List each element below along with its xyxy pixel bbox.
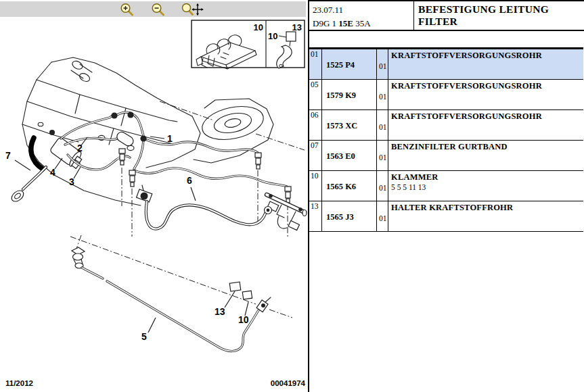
diagram-toolbar bbox=[0, 1, 306, 17]
ref-number: 07 bbox=[309, 141, 322, 170]
diagram-panel: 7 4 2 3 1 6 5 13 10 bbox=[0, 0, 308, 392]
quantity: 01 bbox=[377, 49, 388, 79]
bottom-pipe-assembly bbox=[70, 235, 292, 351]
part-number: 1563 E0 bbox=[322, 141, 377, 170]
description-cell: BENZINFILTER GURTBAND bbox=[388, 141, 583, 170]
filter-strap bbox=[31, 138, 43, 169]
table-row[interactable]: 05 1579 K9 01 KRAFTSTOFFVERSORGUNGSROHR bbox=[309, 80, 583, 110]
part-number: 1565 K6 bbox=[322, 171, 377, 201]
axis-dash-line bbox=[160, 101, 214, 120]
parts-panel: 23.07.11 D9G 1 15E 35A BEFESTIGUNG LEITU… bbox=[308, 0, 584, 392]
description: KLAMMER bbox=[391, 172, 583, 182]
callout-1[interactable]: 1 bbox=[167, 133, 173, 144]
quantity: 01 bbox=[377, 110, 388, 140]
quantity: 01 bbox=[377, 201, 388, 231]
panel-header: 23.07.11 D9G 1 15E 35A BEFESTIGUNG LEITU… bbox=[309, 1, 584, 31]
zoom-in-icon bbox=[119, 2, 135, 17]
supply-hose-and-rail bbox=[137, 185, 307, 230]
part-number: 1573 XC bbox=[322, 110, 377, 140]
description: HALTER KRAFTSTOFFROHR bbox=[391, 203, 583, 213]
description-cell: KRAFTSTOFFVERSORGUNGSROHR bbox=[388, 49, 583, 79]
zoom-pan-button[interactable] bbox=[177, 2, 207, 17]
callout-3[interactable]: 3 bbox=[69, 176, 74, 187]
part-number: 1525 P4 bbox=[322, 49, 377, 79]
ref-number: 13 bbox=[309, 201, 322, 231]
quantity: 01 bbox=[377, 141, 388, 170]
part-number: 1579 K9 bbox=[322, 80, 377, 109]
ref-number: 01 bbox=[309, 49, 322, 79]
model-code-prefix: D9G 1 bbox=[313, 18, 336, 28]
model-code-suffix: 35A bbox=[355, 18, 370, 28]
zoom-in-button[interactable] bbox=[115, 2, 139, 17]
description: KRAFTSTOFFVERSORGUNGSROHR bbox=[391, 51, 583, 61]
callout-4[interactable]: 4 bbox=[50, 167, 55, 178]
zoom-out-icon bbox=[150, 2, 166, 17]
part-number: 1565 J3 bbox=[322, 201, 377, 231]
table-row[interactable]: 13 1565 J3 01 HALTER KRAFTSTOFFROHR bbox=[309, 201, 583, 232]
ref-number: 05 bbox=[309, 80, 322, 109]
model-code-bold: 15E bbox=[338, 18, 353, 28]
zoom-out-button[interactable] bbox=[146, 2, 171, 17]
parts-table: 01 1525 P4 01 KRAFTSTOFFVERSORGUNGSROHR … bbox=[309, 47, 583, 232]
ref-number: 06 bbox=[309, 110, 322, 140]
model-code: D9G 1 15E 35A bbox=[313, 17, 413, 30]
inset-detail-box: 10 13 10 bbox=[192, 20, 305, 69]
header-meta: 23.07.11 D9G 1 15E 35A bbox=[309, 1, 414, 30]
table-row[interactable]: 07 1563 E0 01 BENZINFILTER GURTBAND bbox=[309, 141, 583, 171]
inset-label-10: 10 bbox=[254, 22, 263, 32]
inset-label-13: 13 bbox=[292, 22, 302, 32]
description-cell: HALTER KRAFTSTOFFROHR bbox=[388, 201, 583, 231]
table-gap bbox=[309, 31, 584, 47]
table-row[interactable]: 01 1525 P4 01 KRAFTSTOFFVERSORGUNGSROHR bbox=[309, 49, 583, 80]
ref-number: 10 bbox=[309, 171, 322, 201]
table-row[interactable]: 06 1573 XC 01 KRAFTSTOFFVERSORGUNGSROHR bbox=[309, 110, 583, 141]
clamp-square-10 bbox=[242, 291, 252, 299]
callout-6[interactable]: 6 bbox=[187, 175, 192, 186]
clamp-square-13 bbox=[229, 282, 241, 291]
description-cell: KRAFTSTOFFVERSORGUNGSROHR bbox=[388, 80, 583, 109]
pipe-5 bbox=[107, 281, 259, 351]
inset-item-10-label: 10 bbox=[268, 31, 277, 41]
parts-catalog-screen: 7 4 2 3 1 6 5 13 10 bbox=[0, 0, 584, 392]
quantity: 01 bbox=[377, 80, 388, 109]
callout-2[interactable]: 2 bbox=[77, 143, 83, 153]
description-cell: KRAFTSTOFFVERSORGUNGSROHR bbox=[388, 110, 583, 140]
callout-5[interactable]: 5 bbox=[141, 331, 147, 342]
callout-10[interactable]: 10 bbox=[238, 314, 249, 325]
section-title: BEFESTIGUNG LEITUNG FILTER bbox=[414, 1, 584, 30]
technical-diagram: 7 4 2 3 1 6 5 13 10 bbox=[0, 0, 308, 392]
fuel-filter-assembly bbox=[9, 137, 85, 203]
description-note: 5 5 5 11 13 bbox=[391, 183, 583, 191]
document-number: 00041974 bbox=[271, 379, 305, 387]
engine-block-drawing bbox=[22, 57, 273, 205]
callout-13[interactable]: 13 bbox=[215, 306, 225, 317]
description: KRAFTSTOFFVERSORGUNGSROHR bbox=[391, 112, 583, 122]
axis-dash-line bbox=[256, 134, 305, 150]
description: BENZINFILTER GURTBAND bbox=[391, 142, 583, 152]
quantity: 01 bbox=[377, 171, 388, 201]
catalog-date: 23.07.11 bbox=[313, 3, 413, 17]
edition-date: 11/2012 bbox=[5, 379, 33, 387]
callout-7[interactable]: 7 bbox=[5, 150, 11, 161]
description: KRAFTSTOFFVERSORGUNGSROHR bbox=[391, 81, 583, 91]
table-row[interactable]: 10 1565 K6 01 KLAMMER 5 5 5 11 13 bbox=[309, 171, 583, 201]
zoom-pan-icon bbox=[181, 2, 204, 17]
description-cell: KLAMMER 5 5 5 11 13 bbox=[388, 171, 583, 201]
